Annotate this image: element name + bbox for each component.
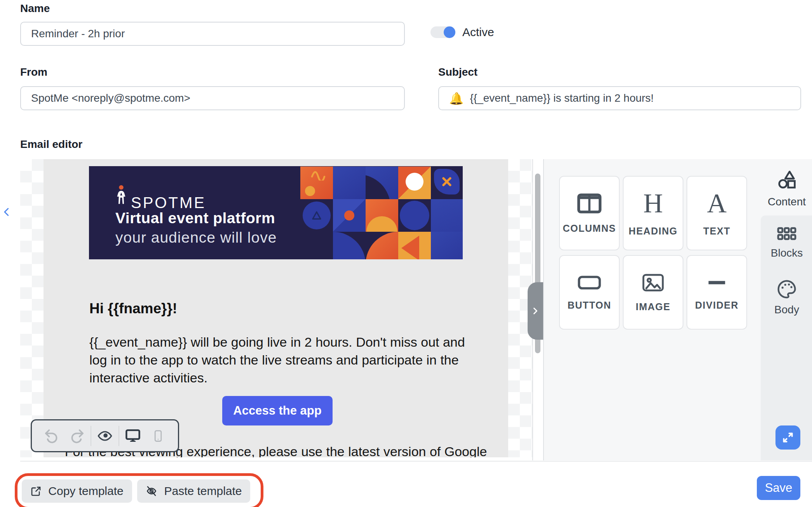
expand-editor-button[interactable] xyxy=(775,425,800,450)
toolbar-separator xyxy=(91,426,91,446)
block-card-divider[interactable]: DIVIDER xyxy=(687,255,747,330)
copy-template-button[interactable]: Copy template xyxy=(22,479,132,503)
banner-pattern xyxy=(300,166,463,259)
tab-content[interactable]: Content xyxy=(761,169,812,208)
button-icon xyxy=(577,274,602,291)
banner-tagline-light: your audience will love xyxy=(115,229,277,246)
expand-icon xyxy=(782,431,794,444)
subject-input-value: {{_event_name}} is starting in 2 hours! xyxy=(470,92,653,104)
email-editor-label: Email editor xyxy=(20,138,82,151)
text-icon: A xyxy=(707,190,727,217)
collapse-left-chevron-icon[interactable] xyxy=(1,206,12,218)
tab-blocks[interactable]: Blocks xyxy=(761,226,812,259)
paste-template-button[interactable]: Paste template xyxy=(137,479,250,503)
transparency-checker-left xyxy=(20,159,44,457)
block-card-text[interactable]: A TEXT xyxy=(687,176,747,250)
active-toggle[interactable] xyxy=(430,26,455,38)
access-the-app-button[interactable]: Access the app xyxy=(222,396,333,425)
email-greeting: Hi {{fname}}! xyxy=(89,300,177,317)
tab-body[interactable]: Body xyxy=(761,279,812,316)
heading-icon: H xyxy=(643,190,663,217)
email-design-canvas[interactable]: SPOTME Virtual event platform your audie… xyxy=(44,159,508,457)
palette-icon xyxy=(776,279,797,300)
toggle-knob xyxy=(444,26,455,38)
divider-icon xyxy=(704,274,729,291)
external-link-icon xyxy=(30,485,42,497)
desktop-view-button[interactable] xyxy=(121,424,145,448)
desktop-icon xyxy=(124,428,141,444)
name-input[interactable]: Reminder - 2h prior xyxy=(20,22,405,46)
subject-label: Subject xyxy=(438,66,477,78)
spotme-wordmark: SPOTME xyxy=(131,195,206,210)
preview-eye-icon xyxy=(96,428,113,444)
from-input-value: SpotMe <noreply@spotme.com> xyxy=(31,92,190,104)
name-label: Name xyxy=(20,2,50,15)
block-card-columns[interactable]: COLUMNS xyxy=(559,176,620,250)
email-body-line-2: log in to the app to watch the live stre… xyxy=(89,351,459,369)
columns-icon xyxy=(577,193,602,214)
undo-icon xyxy=(44,428,59,444)
toolbar-separator xyxy=(118,426,119,446)
banner-tagline-bold: Virtual event platform xyxy=(115,210,275,227)
subject-input[interactable]: 🔔 {{_event_name}} is starting in 2 hours… xyxy=(438,86,801,110)
content-tools-panel: COLUMNS H HEADING A TEXT BUTTON IMAGE xyxy=(543,159,812,460)
grid-icon xyxy=(776,226,797,243)
block-card-image[interactable]: IMAGE xyxy=(623,255,683,330)
save-button[interactable]: Save xyxy=(757,476,800,500)
mobile-icon xyxy=(152,428,165,444)
redo-icon xyxy=(69,428,85,444)
shapes-icon xyxy=(775,169,798,192)
active-label: Active xyxy=(462,26,494,39)
panel-collapse-handle[interactable] xyxy=(528,282,543,340)
name-input-value: Reminder - 2h prior xyxy=(31,28,125,40)
from-label: From xyxy=(20,66,47,78)
email-banner-image[interactable]: SPOTME Virtual event platform your audie… xyxy=(89,166,463,259)
editor-toolbar xyxy=(31,419,179,452)
image-icon xyxy=(641,273,665,293)
email-body-line-1: {{_event_name}} will be going live in 2 … xyxy=(89,333,465,351)
spotme-figure-logo-icon xyxy=(115,185,127,210)
bell-emoji-icon: 🔔 xyxy=(449,92,464,105)
email-body-line-3: interactive activities. xyxy=(89,369,207,387)
paste-hidden-icon xyxy=(145,485,158,497)
undo-button[interactable] xyxy=(40,424,63,448)
email-template-editor-page: Name Reminder - 2h prior Active From Spo… xyxy=(0,0,812,507)
block-card-button[interactable]: BUTTON xyxy=(559,255,620,330)
chevron-right-icon xyxy=(530,306,541,316)
block-card-heading[interactable]: H HEADING xyxy=(623,176,683,250)
bottom-divider xyxy=(20,461,812,462)
preview-button[interactable] xyxy=(93,424,117,448)
redo-button[interactable] xyxy=(65,424,89,448)
from-input[interactable]: SpotMe <noreply@spotme.com> xyxy=(20,86,405,110)
mobile-view-button[interactable] xyxy=(146,424,170,448)
